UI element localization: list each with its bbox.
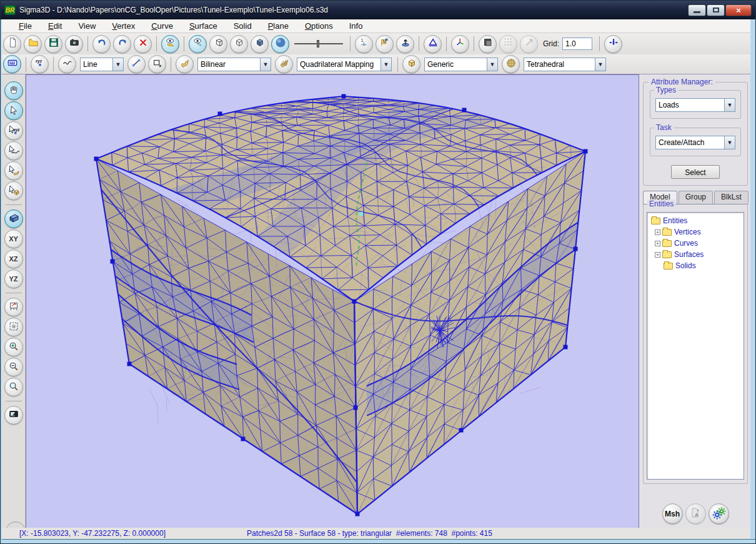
tree-item-curves[interactable]: + Curves <box>649 238 742 249</box>
surface-type-dropdown[interactable]: Bilinear▼ <box>197 58 271 71</box>
minimize-button[interactable] <box>688 4 706 16</box>
box-hidden-line-button[interactable] <box>230 35 248 53</box>
grid-size-input[interactable] <box>562 38 592 50</box>
mesh-button[interactable]: Msh <box>662 503 683 524</box>
menu-edit[interactable]: Edit <box>40 20 70 32</box>
entities-tree[interactable]: Entities + Vertices + Curves + <box>647 212 744 480</box>
chevron-down-icon[interactable]: ▼ <box>112 58 123 71</box>
mesh-tool-button[interactable] <box>502 55 520 73</box>
cursorsurf-icon <box>7 164 20 178</box>
types-dropdown[interactable]: Loads ▼ <box>655 98 735 112</box>
tree-item-vertices[interactable]: + Vertices <box>649 226 742 238</box>
solid-type-dropdown[interactable]: Generic▼ <box>424 58 498 71</box>
close-button[interactable]: × <box>725 4 752 16</box>
chevron-down-icon[interactable]: ▼ <box>487 58 497 71</box>
expand-icon[interactable]: + <box>655 252 660 258</box>
process-button[interactable] <box>709 503 729 524</box>
select-button[interactable]: Select <box>671 165 720 179</box>
zoom-in-button[interactable] <box>4 338 23 356</box>
chevron-down-icon[interactable]: ▼ <box>595 58 605 71</box>
viewport-3d[interactable] <box>26 74 639 529</box>
xyz-coords-button[interactable]: xyz <box>31 55 49 73</box>
normal-flag-button[interactable]: N <box>376 35 394 53</box>
folder-icon <box>662 251 672 258</box>
zoom-icon <box>8 381 19 393</box>
menu-options[interactable]: Options <box>297 20 341 32</box>
chevron-down-icon[interactable]: ▼ <box>380 58 391 71</box>
tree-item-solids[interactable]: Solids <box>649 260 742 271</box>
task-dropdown[interactable]: Create/Attach ▼ <box>655 136 735 149</box>
snap-diagonal-button[interactable] <box>520 35 538 53</box>
types-value: Loads <box>656 101 724 109</box>
surface-tool-button[interactable] <box>176 55 194 73</box>
zoom-box-button[interactable] <box>4 318 23 336</box>
view-3d-button[interactable] <box>4 209 23 228</box>
export-attrib-button[interactable]: A <box>685 503 706 524</box>
solid-tool-button[interactable] <box>402 55 420 73</box>
menu-vertex[interactable]: Vertex <box>104 20 143 32</box>
pan-tool-button[interactable] <box>4 81 23 100</box>
mapping-type-dropdown[interactable]: Quadrilateral Mapping▼ <box>297 58 392 71</box>
menu-surface[interactable]: Surface <box>181 20 226 32</box>
render-view-button[interactable] <box>189 35 207 53</box>
tree-root-entities[interactable]: Entities <box>649 215 742 226</box>
title-bar[interactable]: BR Sigma3D - D:\Nando\Papers\onCG_BoolOp… <box>1 1 755 19</box>
tab-blklst[interactable]: BlkLst <box>714 191 749 204</box>
grid-dots-button[interactable] <box>499 35 517 53</box>
axes-clock-button[interactable] <box>451 35 469 53</box>
close-icon: × <box>736 6 741 15</box>
box-wireframe-button[interactable] <box>209 35 227 53</box>
select-surface-button[interactable] <box>4 161 23 180</box>
save-file-button[interactable] <box>44 35 62 53</box>
rect-from-curve-button[interactable] <box>148 55 166 73</box>
curve-type-dropdown[interactable]: Line▼ <box>80 58 124 71</box>
menu-info[interactable]: Info <box>341 20 371 32</box>
keyboard-entry-button[interactable] <box>3 55 21 73</box>
view-xz-button[interactable]: XZ <box>4 249 23 268</box>
mesh-type-dropdown[interactable]: Tetrahedral▼ <box>524 58 606 71</box>
cancel-button[interactable] <box>134 35 152 53</box>
expand-icon[interactable]: + <box>655 241 660 246</box>
chevron-down-icon[interactable]: ▼ <box>724 99 735 111</box>
tab-group[interactable]: Group <box>679 191 713 204</box>
translate-step-button[interactable] <box>604 35 622 53</box>
tree-item-surfaces[interactable]: + Surfaces <box>649 249 742 260</box>
normal-arrow-button[interactable] <box>396 35 414 53</box>
menu-solid[interactable]: Solid <box>226 20 260 32</box>
select-vertex-button[interactable]: xyz <box>4 121 23 140</box>
zoom-window-button[interactable] <box>4 378 23 396</box>
vertex-ids-button[interactable]: 1 <box>355 35 373 53</box>
sphere-shaded-button[interactable] <box>271 35 289 53</box>
window-border-left <box>1 19 2 543</box>
menu-view[interactable]: View <box>70 20 104 32</box>
plane-square-button[interactable] <box>479 35 497 53</box>
redo-button[interactable] <box>113 35 131 53</box>
maximize-button[interactable] <box>707 4 725 16</box>
surface-map-tool-button[interactable] <box>275 55 293 73</box>
open-file-button[interactable] <box>24 35 42 53</box>
select-solid-button[interactable] <box>4 181 23 200</box>
fit-view-button[interactable] <box>4 298 23 316</box>
expand-icon[interactable]: + <box>655 229 660 235</box>
screen-settings-button[interactable] <box>4 406 23 425</box>
mesh-canvas[interactable] <box>26 75 639 528</box>
undo-button[interactable] <box>92 35 111 53</box>
curve-edit-button[interactable] <box>127 55 146 73</box>
menu-curve[interactable]: Curve <box>143 20 181 32</box>
delta-plane-button[interactable] <box>424 35 442 53</box>
view-yz-button[interactable]: YZ <box>4 269 23 288</box>
menu-plane[interactable]: Plane <box>260 20 297 32</box>
show-entity-button[interactable] <box>161 35 179 53</box>
view-xy-button[interactable]: XY <box>4 229 23 248</box>
screenshot-button[interactable] <box>65 35 83 53</box>
select-tool-button[interactable] <box>4 101 23 120</box>
zoom-out-button[interactable] <box>4 358 23 376</box>
render-quality-slider[interactable] <box>294 38 343 50</box>
chevron-down-icon[interactable]: ▼ <box>724 136 735 149</box>
chevron-down-icon[interactable]: ▼ <box>260 58 271 71</box>
curve-tool-button[interactable] <box>58 55 76 73</box>
box-solid-button[interactable] <box>251 35 269 53</box>
menu-file[interactable]: File <box>11 20 40 32</box>
new-file-button[interactable] <box>3 35 21 53</box>
select-curve-button[interactable] <box>4 141 23 160</box>
